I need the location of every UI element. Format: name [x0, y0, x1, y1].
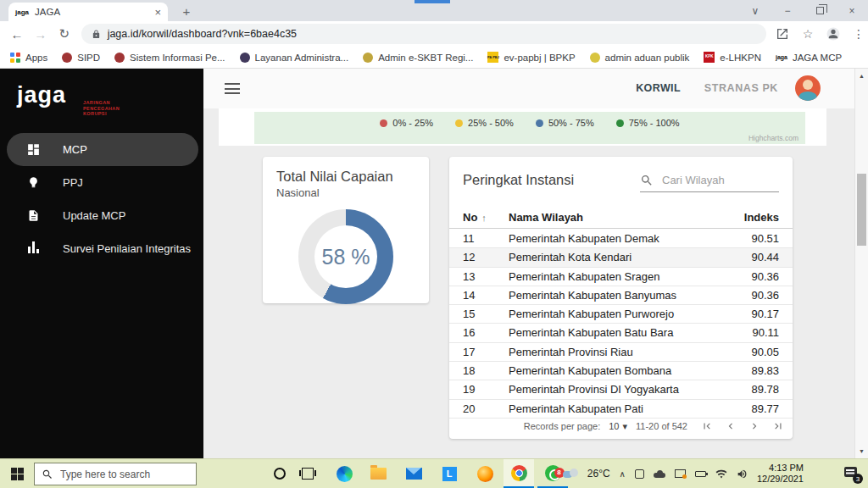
browser-menu-icon[interactable]: ⋮	[849, 27, 868, 41]
bookmark-star-icon[interactable]: ☆	[798, 27, 817, 41]
search-input[interactable]	[662, 174, 762, 186]
bookmark-aduan-publik[interactable]: admin aduan publik	[590, 53, 690, 63]
bookmark-sipd[interactable]: SIPD	[62, 53, 100, 63]
toolbar-right-icons: ☆ ⋮	[773, 26, 868, 42]
jaga-tagline: JARINGAN PENCEGAHAN KORUPSI	[83, 100, 120, 117]
last-page-icon[interactable]	[772, 420, 784, 432]
bookmark-jaga-mcp[interactable]: jaga JAGA MCP	[776, 53, 842, 63]
taskbar-search-input[interactable]	[60, 469, 179, 480]
first-page-icon[interactable]	[701, 420, 713, 432]
legend-dot-blue	[536, 119, 543, 127]
background-window-edge	[415, 0, 450, 3]
address-bar[interactable]: jaga.id/korwil/dashboard?vnk=6bae4c35	[81, 24, 766, 44]
hamburger-menu-icon[interactable]	[225, 83, 240, 94]
weather-icon[interactable]	[563, 469, 578, 480]
browser-toolbar: ← → ↻ jaga.id/korwil/dashboard?vnk=6bae4…	[0, 21, 868, 47]
table-row[interactable]: 18Pemerintah Kabupaten Bombana89.83	[449, 362, 793, 380]
bookmark-eskbt[interactable]: Admin e-SKBT Regi...	[363, 53, 473, 63]
chrome-button[interactable]	[504, 459, 534, 488]
scrollbar-thumb[interactable]	[857, 174, 866, 246]
forward-icon[interactable]: →	[29, 27, 53, 42]
l-app-button[interactable]: L	[434, 459, 465, 488]
taskbar-search-box[interactable]	[34, 463, 197, 485]
korwil-menu[interactable]: KORWIL	[636, 82, 681, 94]
scroll-up-icon[interactable]: ▲	[855, 73, 868, 79]
share-icon[interactable]	[773, 27, 792, 41]
wilayah-search-box[interactable]	[640, 169, 779, 192]
dashboard-icon	[25, 142, 41, 158]
table-row[interactable]: 19Pemerintah Provinsi DI Yogyakarta89.78	[449, 380, 793, 399]
map-card: 0% - 25% 25% - 50% 50% - 75%	[219, 108, 826, 146]
user-avatar[interactable]	[795, 75, 821, 101]
firefox-button[interactable]	[470, 459, 500, 488]
legend-item-0-25[interactable]: 0% - 25%	[380, 118, 433, 128]
cortana-icon	[274, 468, 286, 480]
table-row[interactable]: 12Pemerintah Kota Kendari90.44	[449, 248, 793, 267]
volume-icon[interactable]	[737, 469, 748, 480]
table-row[interactable]: 13Pemerintah Kabupaten Sragen90.36	[449, 268, 793, 286]
bookmark-label: Layanan Administra...	[255, 53, 349, 63]
minimize-button[interactable]: −	[771, 0, 804, 21]
close-button[interactable]: ×	[836, 0, 868, 21]
table-row[interactable]: 15Pemerintah Kabupaten Purworejo90.17	[449, 305, 793, 324]
legend-item-50-75[interactable]: 50% - 75%	[536, 118, 594, 128]
column-nama-wilayah[interactable]: Nama Wilayah	[509, 211, 583, 224]
mail-button[interactable]	[398, 459, 429, 488]
edge-button[interactable]	[329, 459, 359, 488]
bookmark-apps[interactable]: Apps	[10, 53, 47, 63]
start-button[interactable]	[0, 459, 34, 488]
legend-dot-yellow	[455, 119, 463, 127]
display-icon[interactable]	[675, 469, 686, 478]
sidebar-item-update-mcp[interactable]: Update MCP	[0, 199, 203, 232]
sidebar-item-label: Update MCP	[63, 209, 125, 222]
prev-page-icon[interactable]	[725, 420, 737, 432]
sidebar-item-mcp[interactable]: MCP	[7, 133, 198, 166]
highcharts-credit[interactable]: Highcharts.com	[748, 134, 798, 142]
mail-icon	[406, 468, 422, 480]
peringkat-instansi-card: Peringkat Instansi No↑ Nama Wilayah Inde…	[449, 157, 793, 439]
table-row[interactable]: 14Pemerintah Kabupaten Banyumas90.36	[449, 286, 793, 305]
notification-center-button[interactable]: 3	[844, 465, 861, 482]
legend-item-75-100[interactable]: 75% - 100%	[616, 118, 680, 128]
cortana-button[interactable]	[264, 459, 295, 488]
profile-icon[interactable]	[824, 26, 843, 42]
scroll-down-icon[interactable]: ▼	[855, 448, 868, 454]
column-indeks[interactable]: Indeks	[744, 211, 779, 224]
file-explorer-button[interactable]	[363, 459, 393, 488]
bookmark-layanan[interactable]: Layanan Administra...	[240, 53, 349, 63]
browser-tab[interactable]: jaga JAGA ×	[8, 3, 168, 21]
battery-icon[interactable]	[695, 471, 706, 477]
onedrive-icon[interactable]	[654, 470, 665, 478]
restore-button[interactable]	[804, 0, 836, 21]
document-icon	[25, 208, 41, 224]
map-legend: 0% - 25% 25% - 50% 50% - 75%	[254, 118, 805, 128]
column-no[interactable]: No↑	[463, 211, 487, 224]
table-row[interactable]: 17Pemerintah Provinsi Riau90.05	[449, 343, 793, 362]
donut-hole: 58 %	[314, 225, 377, 288]
back-icon[interactable]: ←	[5, 27, 29, 42]
sidebar-item-label: Survei Penilaian Integritas	[63, 242, 191, 255]
temperature-label[interactable]: 26°C	[587, 468, 610, 480]
table-row[interactable]: 11Pemerintah Kabupaten Demak90.51	[449, 230, 793, 248]
wifi-icon[interactable]	[715, 469, 727, 479]
bookmark-evpapbj[interactable]: PA PBJ ev-papbj | BPKP	[487, 52, 575, 63]
page-scrollbar[interactable]: ▲ ▼	[854, 69, 868, 458]
sidebar-item-survei[interactable]: Survei Penilaian Integritas	[0, 232, 203, 265]
sidebar-item-ppj[interactable]: PPJ	[0, 166, 203, 199]
taskbar-clock[interactable]: 4:13 PM 12/29/2021	[757, 463, 804, 485]
bookmark-elhkpn[interactable]: KPK e-LHKPN	[704, 52, 761, 63]
reload-icon[interactable]: ↻	[53, 26, 76, 42]
legend-item-25-50[interactable]: 25% - 50%	[455, 118, 514, 128]
bookmark-sistem-informasi[interactable]: Sistem Informasi Pe...	[114, 53, 225, 63]
table-row[interactable]: 16Pemerintah Kabupaten Batu Bara90.11	[449, 324, 793, 342]
date-label: 12/29/2021	[757, 474, 804, 485]
tab-close-icon[interactable]: ×	[154, 7, 161, 18]
per-page-select[interactable]: 10▾	[609, 421, 627, 432]
tray-expand-icon[interactable]: ∧	[620, 469, 626, 479]
next-page-icon[interactable]	[748, 420, 760, 432]
tray-app-icon[interactable]	[635, 469, 644, 479]
task-view-button[interactable]	[292, 459, 323, 488]
tab-search-icon[interactable]: ∨	[739, 0, 771, 21]
new-tab-button[interactable]: +	[176, 3, 197, 20]
url-text: jaga.id/korwil/dashboard?vnk=6bae4c35	[108, 28, 297, 40]
